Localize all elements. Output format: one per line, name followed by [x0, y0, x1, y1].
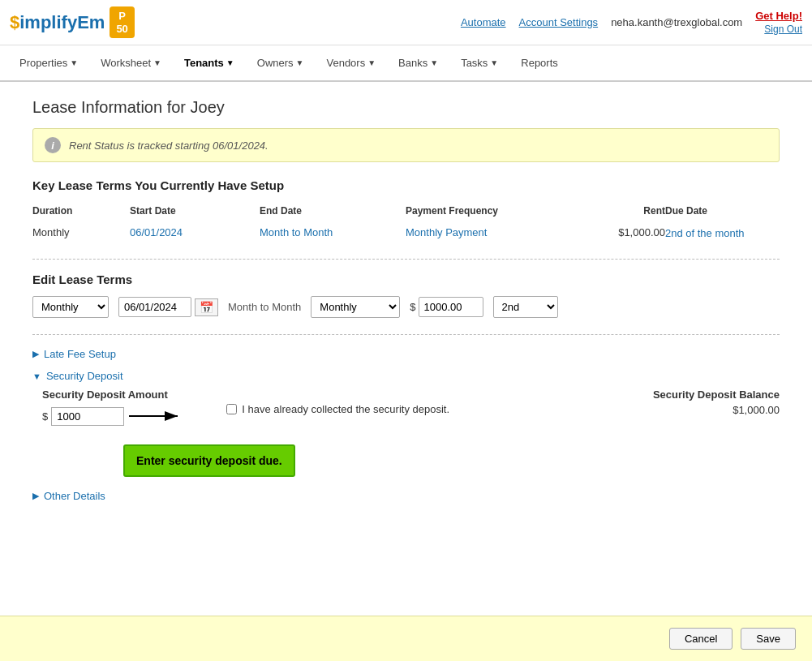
sd-row: Security Deposit Amount $ 1000 — [42, 388, 780, 428]
sd-checkbox[interactable] — [226, 404, 237, 414]
info-banner: i Rent Status is tracked starting 06/01/… — [32, 128, 780, 162]
col-header-duration: Duration — [32, 202, 130, 221]
logo-badge: P 50 — [110, 6, 134, 38]
chevron-down-icon: ▼ — [32, 371, 41, 381]
chevron-right-icon: ▶ — [32, 491, 39, 501]
nav-worksheet[interactable]: Worksheet ▼ — [91, 45, 171, 80]
nav-owners[interactable]: Owners ▼ — [247, 45, 314, 80]
key-terms-grid: Duration Start Date End Date Payment Fre… — [32, 202, 780, 243]
amount-wrap: $ — [410, 297, 483, 317]
end-date-text: Month to Month — [228, 301, 301, 313]
annotation-arrow — [129, 404, 194, 428]
val-payment-freq: Monthly Payment — [406, 225, 584, 243]
edit-lease-row: Monthly Fixed 📅 Month to Month Monthly W… — [32, 296, 780, 318]
sd-input-wrap: $ 1000 — [42, 407, 124, 426]
main-content: Lease Information for Joey i Rent Status… — [0, 82, 812, 528]
sd-amount-col: Security Deposit Amount $ 1000 — [42, 388, 194, 428]
val-rent: $1,000.00 — [584, 225, 665, 243]
sd-balance-wrap: Security Deposit Balance $1,000.00 — [653, 388, 780, 416]
chevron-down-icon: ▼ — [430, 58, 438, 67]
divider-2 — [32, 334, 780, 335]
nav-reports[interactable]: Reports — [511, 45, 568, 80]
footer-bar: Cancel Save — [0, 616, 812, 661]
automate-link[interactable]: Automate — [461, 16, 506, 28]
nav-banks[interactable]: Banks ▼ — [389, 45, 448, 80]
cancel-button[interactable]: Cancel — [669, 628, 733, 650]
chevron-down-icon: ▼ — [296, 58, 304, 67]
other-details-header[interactable]: ▶ Other Details — [32, 490, 780, 502]
get-help-link[interactable]: Get Help! — [755, 10, 802, 22]
dollar-sign: $ — [410, 301, 415, 313]
sd-checkbox-wrap: I have already collected the security de… — [226, 403, 449, 415]
val-duration: Monthly — [32, 225, 130, 243]
other-details-section: ▶ Other Details — [32, 490, 780, 502]
late-fee-section: ▶ Late Fee Setup — [32, 348, 780, 360]
main-nav: Properties ▼ Worksheet ▼ Tenants ▼ Owner… — [0, 45, 812, 82]
account-settings-link[interactable]: Account Settings — [519, 16, 599, 28]
col-header-due-date: Due Date — [665, 202, 787, 221]
nav-vendors[interactable]: Vendors ▼ — [316, 45, 385, 80]
duration-select[interactable]: Monthly Fixed — [32, 296, 109, 318]
callout-area: Enter security deposit due. — [123, 436, 780, 477]
header-right: Get Help! Sign Out — [755, 10, 802, 35]
logo-area: $implifyEm P 50 — [10, 6, 135, 38]
due-day-select[interactable]: 2nd 1st 3rd — [493, 296, 558, 318]
sd-amount-label: Security Deposit Amount — [42, 388, 194, 401]
nav-tenants[interactable]: Tenants ▼ — [174, 45, 244, 80]
frequency-select[interactable]: Monthly Weekly Bi-Weekly — [311, 296, 400, 318]
chevron-down-icon: ▼ — [490, 58, 498, 67]
logo: $implifyEm — [10, 12, 105, 33]
edit-terms-title: Edit Lease Terms — [32, 273, 780, 286]
info-text: Rent Status is tracked starting 06/01/20… — [69, 139, 269, 152]
chevron-down-icon: ▼ — [226, 58, 234, 67]
start-date-wrap: 📅 — [118, 297, 218, 317]
val-end-date: Month to Month — [260, 225, 406, 243]
sd-dollar-sign: $ — [42, 410, 48, 423]
chevron-down-icon: ▼ — [367, 58, 376, 67]
security-deposit-header[interactable]: ▼ Security Deposit — [32, 370, 780, 382]
header-links: Automate Account Settings neha.kanth@tre… — [461, 10, 802, 35]
chevron-down-icon: ▼ — [153, 58, 161, 67]
key-terms-title: Key Lease Terms You Currently Have Setup — [32, 178, 780, 192]
chevron-right-icon: ▶ — [32, 349, 39, 359]
sd-input-annotation: $ 1000 — [42, 404, 194, 428]
callout-box: Enter security deposit due. — [123, 444, 295, 477]
page-title: Lease Information for Joey — [32, 98, 780, 117]
val-start-date: 06/01/2024 — [130, 225, 260, 243]
top-header: $implifyEm P 50 Automate Account Setting… — [0, 0, 812, 45]
other-details-label: Other Details — [44, 490, 105, 502]
divider-1 — [32, 259, 780, 260]
late-fee-label: Late Fee Setup — [44, 348, 116, 360]
sign-out-link[interactable]: Sign Out — [764, 24, 802, 35]
late-fee-header[interactable]: ▶ Late Fee Setup — [32, 348, 780, 360]
val-due-date: 2nd of the month — [665, 225, 787, 243]
col-header-end-date: End Date — [260, 202, 406, 221]
sd-amount-input[interactable]: 1000 — [51, 407, 124, 426]
start-date-input[interactable] — [118, 297, 191, 317]
security-deposit-section: ▼ Security Deposit Security Deposit Amou… — [32, 370, 780, 477]
user-email: neha.kanth@trexglobal.com — [611, 16, 742, 28]
col-header-start-date: Start Date — [130, 202, 260, 221]
col-header-rent: Rent — [584, 202, 665, 221]
col-header-payment-freq: Payment Frequency — [406, 202, 584, 221]
sd-balance-label: Security Deposit Balance — [653, 388, 780, 401]
nav-tasks[interactable]: Tasks ▼ — [451, 45, 508, 80]
save-button[interactable]: Save — [741, 628, 796, 650]
rent-amount-input[interactable] — [419, 297, 483, 317]
sd-checkbox-label: I have already collected the security de… — [242, 403, 449, 415]
sd-balance-value: $1,000.00 — [733, 404, 780, 416]
calendar-icon[interactable]: 📅 — [195, 298, 218, 316]
chevron-down-icon: ▼ — [70, 58, 78, 67]
security-deposit-content: Security Deposit Amount $ 1000 — [32, 388, 780, 477]
info-icon: i — [45, 137, 61, 153]
security-deposit-label: Security Deposit — [46, 370, 123, 382]
nav-properties[interactable]: Properties ▼ — [10, 45, 88, 80]
